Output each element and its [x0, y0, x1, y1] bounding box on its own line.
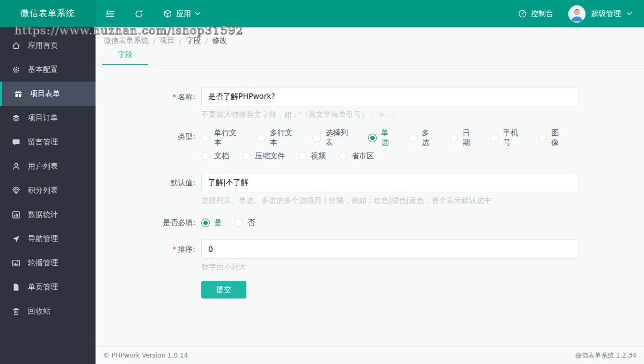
breadcrumb-item-field[interactable]: 字段: [186, 36, 201, 46]
sidebar-item-app-home[interactable]: 应用首页: [0, 33, 96, 57]
radio-icon: [298, 152, 306, 161]
submit-button[interactable]: 提交: [201, 281, 246, 299]
form-row-default-value: 默认值: 选择列表、单选、多选的多个选项用 | 分隔，例如：红色|绿色|蓝色，首…: [96, 173, 644, 206]
image-icon: [12, 259, 20, 267]
radio-required-yes[interactable]: 是: [201, 218, 222, 228]
radio-image[interactable]: 图像: [538, 128, 566, 148]
collapse-menu-button[interactable]: [105, 9, 115, 19]
sidebar-item-label: 轮播管理: [28, 258, 58, 268]
topbar-right-controls: 控制台 超级管理: [518, 5, 644, 23]
footer-version-text: © PHPwork Version 1.0.14: [103, 352, 188, 359]
radio-icon: [242, 152, 251, 161]
radio-icon: [235, 219, 243, 227]
type-control: 单行文本 多行文本 选择列表 单选 多选 日期 手机号 图像 文档 压缩文件 视…: [201, 128, 579, 164]
topbar: 微信表单系统 应用 控制台: [0, 0, 644, 27]
radio-region[interactable]: 省市区: [339, 151, 374, 161]
default-value-helper-text: 选择列表、单选、多选的多个选项用 | 分隔，例如：红色|绿色|蓝色，首个表示默认…: [201, 196, 579, 206]
sidebar-item-data-stats[interactable]: 数据统计: [0, 202, 96, 227]
sort-helper-text: 数字由小到大: [201, 263, 579, 272]
radio-icon: [450, 134, 458, 142]
default-value-label: 默认值:: [96, 173, 201, 206]
radio-video[interactable]: 视频: [298, 151, 326, 161]
sidebar-item-recycle-bin[interactable]: 回收站: [0, 299, 96, 323]
radio-date[interactable]: 日期: [450, 128, 478, 148]
radio-document[interactable]: 文档: [201, 151, 229, 161]
submit-control: 提交: [201, 281, 579, 299]
default-value-control: 选择列表、单选、多选的多个选项用 | 分隔，例如：红色|绿色|蓝色，首个表示默认…: [201, 173, 579, 206]
radio-single-choice[interactable]: 单选: [368, 128, 396, 148]
user-menu[interactable]: 超级管理: [568, 5, 632, 23]
console-link[interactable]: 控制台: [518, 9, 553, 19]
name-input[interactable]: [201, 87, 579, 106]
refresh-icon: [134, 9, 144, 19]
user-icon: [12, 162, 20, 171]
gear-icon: [12, 65, 20, 74]
sidebar-item-label: 项目订单: [28, 113, 58, 123]
sidebar-item-carousel-mgmt[interactable]: 轮播管理: [0, 251, 96, 275]
sidebar-item-label: 回收站: [28, 307, 50, 316]
topbar-left-controls: 应用: [96, 9, 201, 19]
radio-multi-choice[interactable]: 多选: [409, 128, 437, 148]
form-row-sort: *排序: 数字由小到大: [96, 239, 644, 272]
radio-single-line-text[interactable]: 单行文本: [201, 128, 244, 148]
tab-field[interactable]: 字段: [102, 46, 148, 65]
required-radio-line: 是 否: [201, 214, 579, 231]
sidebar: 应用首页 基本配置 项目表单 项目订单 留言管理 用户列表 积分列表 数据统计 …: [0, 27, 96, 364]
gift-icon: [14, 90, 23, 98]
radio-required-no[interactable]: 否: [235, 218, 255, 228]
chart-icon: [12, 210, 20, 219]
name-control: 不要输入特殊英文字符，如：'（英文半角单引号）， > ...: [201, 87, 579, 120]
radio-select-list[interactable]: 选择列表: [312, 128, 355, 148]
sidebar-item-user-list[interactable]: 用户列表: [0, 154, 96, 178]
sidebar-item-project-orders[interactable]: 项目订单: [0, 106, 96, 130]
cube-icon: [163, 9, 172, 18]
app-dropdown[interactable]: 应用: [163, 9, 201, 19]
required-mark: *: [172, 245, 176, 253]
sidebar-item-label: 留言管理: [28, 137, 58, 147]
radio-icon: [201, 219, 210, 227]
type-radio-line-1: 单行文本 多行文本 选择列表 单选 多选 日期 手机号 图像: [201, 128, 579, 148]
home-icon: [12, 41, 20, 50]
sidebar-item-single-page-mgmt[interactable]: 单页管理: [0, 275, 96, 299]
name-label: *名称:: [96, 87, 201, 120]
navigation-icon: [12, 235, 20, 243]
console-label: 控制台: [531, 9, 553, 19]
tab-bar: 字段: [96, 46, 644, 65]
page-footer: © PHPwork Version 1.0.14 微信表单系统 1.2.34: [96, 346, 644, 364]
sidebar-item-basic-config[interactable]: 基本配置: [0, 57, 96, 82]
menu-fold-icon: [105, 9, 115, 19]
required-control: 是 否: [201, 214, 579, 231]
app-dropdown-label: 应用: [176, 9, 191, 19]
form-row-required: 是否必填: 是 否: [96, 214, 644, 231]
field-edit-form: *名称: 不要输入特殊英文字符，如：'（英文半角单引号）， > ... 类型: …: [96, 65, 644, 299]
sidebar-item-label: 用户列表: [28, 162, 58, 171]
sort-control: 数字由小到大: [201, 239, 579, 272]
default-value-input[interactable]: [201, 173, 579, 192]
breadcrumb-item-system[interactable]: 微信表单系统: [104, 36, 149, 46]
radio-icon: [312, 134, 321, 142]
radio-multi-line-text[interactable]: 多行文本: [257, 128, 300, 148]
form-row-submit: 提交: [96, 281, 644, 299]
footer-system-text: 微信表单系统 1.2.34: [575, 351, 636, 360]
sidebar-item-nav-mgmt[interactable]: 导航管理: [0, 227, 96, 251]
submit-spacer: [96, 281, 201, 299]
sidebar-item-message-mgmt[interactable]: 留言管理: [0, 130, 96, 154]
trash-icon: [12, 307, 20, 316]
radio-icon: [409, 134, 418, 142]
radio-icon: [201, 152, 210, 161]
sidebar-item-project-forms[interactable]: 项目表单: [0, 82, 96, 106]
sort-input[interactable]: [201, 239, 579, 259]
chevron-down-icon: [626, 12, 632, 16]
app-logo: 微信表单系统: [0, 0, 96, 27]
radio-archive[interactable]: 压缩文件: [242, 151, 285, 161]
dashboard-icon: [518, 9, 527, 18]
sidebar-item-label: 导航管理: [28, 234, 58, 244]
main-content: 微信表单系统 / 项目 / 字段 / 修改 字段 *名称: 不要输入特殊英文字符…: [96, 27, 644, 364]
sidebar-item-label: 基本配置: [28, 65, 58, 75]
refresh-button[interactable]: [134, 9, 144, 19]
sidebar-item-label: 应用首页: [28, 41, 58, 50]
breadcrumb-item-project[interactable]: 项目: [160, 36, 175, 46]
radio-phone[interactable]: 手机号: [490, 128, 525, 148]
sidebar-item-points-list[interactable]: 积分列表: [0, 178, 96, 202]
radio-icon: [339, 152, 347, 161]
